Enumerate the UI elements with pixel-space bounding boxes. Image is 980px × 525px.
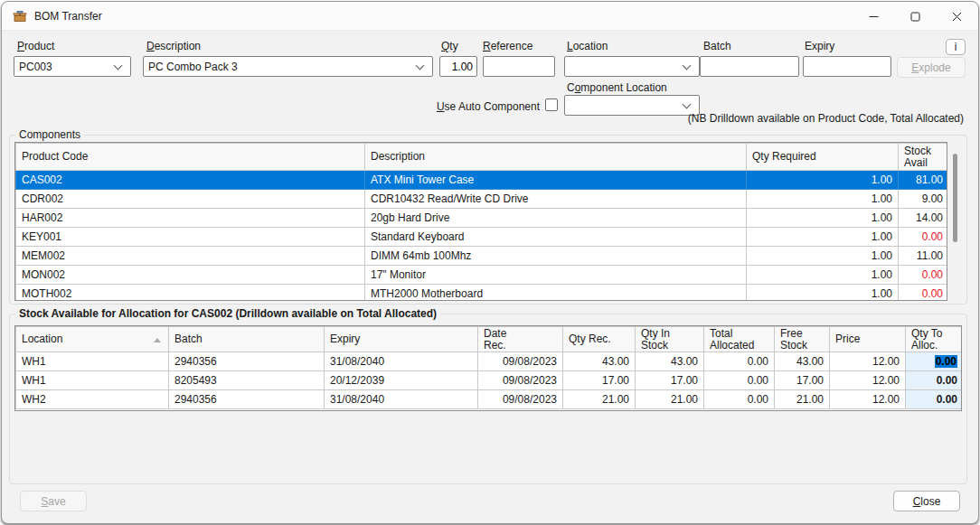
col-header-price[interactable]: Price	[830, 327, 906, 352]
col-header-batch[interactable]: Batch	[169, 327, 325, 352]
expiry-cell: 31/08/2040	[325, 390, 478, 409]
description-cell: Standard Keyboard	[365, 228, 747, 247]
col-header-stock-avail[interactable]: Stock Avail	[899, 144, 948, 171]
components-table-body: CAS002 ATX Mini Tower Case 1.00 81.00 CD…	[16, 171, 948, 302]
col-header-qty-to-alloc[interactable]: Qty To Alloc.	[906, 327, 963, 352]
qty-label: Qty	[441, 40, 458, 53]
component-row[interactable]: MEM002 DIMM 64mb 100Mhz 1.00 11.00	[16, 247, 948, 266]
stock-avail-cell: 0.00	[899, 285, 948, 302]
price-cell: 12.00	[830, 390, 906, 409]
location-select[interactable]	[564, 56, 700, 77]
product-code-cell[interactable]: MOTH002	[16, 285, 365, 302]
total-allocated-cell[interactable]: 0.00	[704, 352, 775, 371]
qty-to-alloc-cell[interactable]: 0.00	[906, 390, 963, 409]
product-code-cell[interactable]: CDR002	[16, 190, 365, 209]
components-scrollbar-thumb[interactable]	[953, 154, 957, 242]
chevron-down-icon	[683, 61, 692, 70]
col-header-total-allocated[interactable]: Total Allocated	[704, 327, 775, 352]
qty-required-cell: 1.00	[747, 247, 899, 266]
batch-cell: 2940356	[169, 352, 325, 371]
batch-label: Batch	[703, 40, 731, 53]
description-select[interactable]: PC Combo Pack 3	[143, 56, 433, 77]
component-location-select[interactable]	[564, 95, 700, 116]
allocation-row[interactable]: WH2 2940356 31/08/2040 09/08/2023 21.00 …	[16, 390, 963, 409]
qty-in-stock-cell: 17.00	[636, 371, 704, 390]
reference-label: Reference	[483, 40, 532, 53]
chevron-down-icon	[683, 99, 692, 108]
description-cell: MTH2000 Motherboard	[365, 285, 747, 302]
qty-to-alloc-cell[interactable]: 0.00	[906, 371, 963, 390]
reference-input[interactable]	[483, 56, 555, 77]
expiry-label: Expiry	[805, 40, 834, 53]
location-cell: WH1	[16, 371, 169, 390]
batch-cell: 8205493	[169, 371, 325, 390]
maximize-button[interactable]	[894, 3, 936, 30]
allocation-table-body: WH1 2940356 31/08/2040 09/08/2023 43.00 …	[16, 352, 963, 409]
product-code-cell[interactable]: MON002	[16, 266, 365, 285]
info-button[interactable]: i	[946, 39, 966, 55]
component-row[interactable]: MOTH002 MTH2000 Motherboard 1.00 0.00	[16, 285, 948, 302]
col-header-expiry[interactable]: Expiry	[325, 327, 478, 352]
minimize-icon	[869, 12, 879, 22]
components-table: Product Code Description Qty Required St…	[14, 142, 947, 301]
price-cell: 12.00	[830, 371, 906, 390]
product-select[interactable]: PC003	[14, 56, 131, 77]
product-value: PC003	[14, 61, 115, 73]
col-header-qty-in-stock[interactable]: Qty In Stock	[636, 327, 704, 352]
col-header-product-code[interactable]: Product Code	[16, 144, 365, 171]
col-header-qty-required[interactable]: Qty Required	[747, 144, 899, 171]
allocation-row[interactable]: WH1 2940356 31/08/2040 09/08/2023 43.00 …	[16, 352, 963, 371]
allocation-group-label: Stock Available for Allocation for CAS00…	[15, 307, 440, 320]
qty-required-cell: 1.00	[747, 190, 899, 209]
description-cell: 20gb Hard Drive	[365, 209, 747, 228]
chevron-down-icon	[416, 61, 425, 70]
stock-avail-cell: 0.00	[899, 228, 948, 247]
titlebar[interactable]: BOM Transfer	[2, 2, 978, 31]
qty-rec-cell: 17.00	[563, 371, 636, 390]
location-cell: WH2	[16, 390, 169, 409]
col-header-description[interactable]: Description	[365, 144, 747, 171]
component-row[interactable]: CAS002 ATX Mini Tower Case 1.00 81.00	[16, 171, 948, 190]
component-row[interactable]: KEY001 Standard Keyboard 1.00 0.00	[16, 228, 948, 247]
use-auto-component-checkbox[interactable]	[545, 98, 558, 111]
product-code-cell[interactable]: MEM002	[16, 247, 365, 266]
expiry-input[interactable]	[803, 56, 891, 77]
qty-to-alloc-cell[interactable]: 0.00	[906, 352, 963, 371]
minimize-button[interactable]	[853, 3, 894, 30]
bom-transfer-window: BOM Transfer Product Description Qty Ref…	[1, 1, 979, 524]
total-allocated-cell[interactable]: 0.00	[704, 390, 775, 409]
chevron-down-icon	[114, 61, 123, 70]
col-header-date-rec[interactable]: Date Rec.	[478, 327, 563, 352]
product-code-cell[interactable]: CAS002	[16, 171, 365, 190]
component-row[interactable]: CDR002 CDR10432 Read/Write CD Drive 1.00…	[16, 190, 948, 209]
close-button[interactable]: Close	[893, 491, 960, 511]
col-header-location[interactable]: Location	[16, 327, 169, 352]
qty-input[interactable]	[439, 56, 477, 77]
component-row[interactable]: HAR002 20gb Hard Drive 1.00 14.00	[16, 209, 948, 228]
explode-button[interactable]: Explode	[897, 57, 966, 78]
qty-required-cell: 1.00	[747, 285, 899, 302]
location-label: Location	[567, 40, 608, 53]
qty-in-stock-cell: 43.00	[636, 352, 704, 371]
product-code-cell[interactable]: KEY001	[16, 228, 365, 247]
maximize-icon	[910, 12, 920, 22]
product-code-cell[interactable]: HAR002	[16, 209, 365, 228]
allocation-row[interactable]: WH1 8205493 20/12/2039 09/08/2023 17.00 …	[16, 371, 963, 390]
save-button[interactable]: Save	[20, 491, 87, 511]
stock-avail-cell: 11.00	[899, 247, 948, 266]
component-row[interactable]: MON002 17" Monitor 1.00 0.00	[16, 266, 948, 285]
components-group-label: Components	[15, 128, 84, 141]
qty-required-cell: 1.00	[747, 209, 899, 228]
col-header-free-stock[interactable]: Free Stock	[775, 327, 830, 352]
qty-rec-cell: 21.00	[563, 390, 636, 409]
qty-in-stock-cell: 21.00	[636, 390, 704, 409]
date-rec-cell: 09/08/2023	[478, 390, 563, 409]
description-cell: 17" Monitor	[365, 266, 747, 285]
col-header-qty-rec[interactable]: Qty Rec.	[563, 327, 636, 352]
batch-input[interactable]	[700, 56, 799, 77]
total-allocated-cell[interactable]: 0.00	[704, 371, 775, 390]
qty-rec-cell: 43.00	[563, 352, 636, 371]
close-window-button[interactable]	[936, 3, 977, 30]
stock-avail-cell: 9.00	[899, 190, 948, 209]
close-icon	[952, 12, 962, 22]
